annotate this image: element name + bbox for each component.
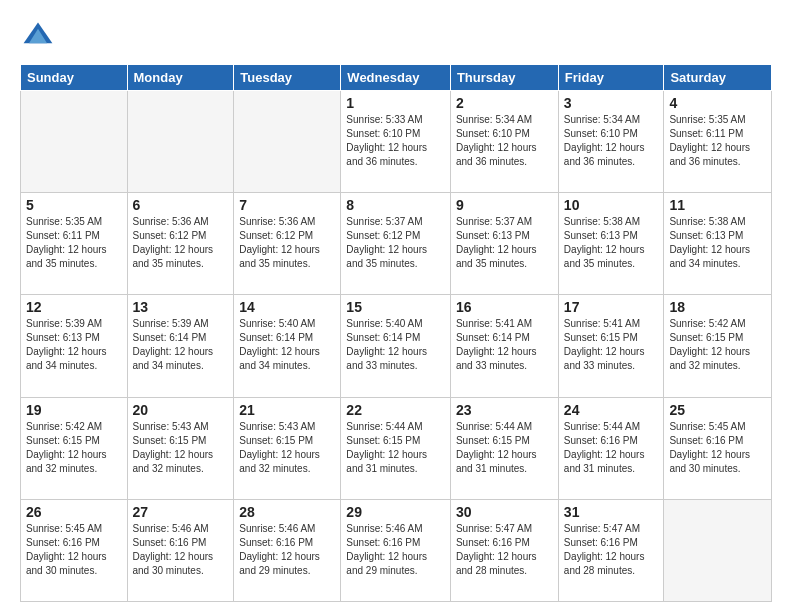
calendar-cell: 3Sunrise: 5:34 AM Sunset: 6:10 PM Daylig… bbox=[558, 91, 664, 193]
day-number: 8 bbox=[346, 197, 445, 213]
calendar-row-4: 26Sunrise: 5:45 AM Sunset: 6:16 PM Dayli… bbox=[21, 499, 772, 601]
calendar-cell: 20Sunrise: 5:43 AM Sunset: 6:15 PM Dayli… bbox=[127, 397, 234, 499]
calendar-cell: 15Sunrise: 5:40 AM Sunset: 6:14 PM Dayli… bbox=[341, 295, 451, 397]
calendar-cell: 12Sunrise: 5:39 AM Sunset: 6:13 PM Dayli… bbox=[21, 295, 128, 397]
day-info: Sunrise: 5:47 AM Sunset: 6:16 PM Dayligh… bbox=[456, 522, 553, 578]
day-number: 23 bbox=[456, 402, 553, 418]
day-info: Sunrise: 5:46 AM Sunset: 6:16 PM Dayligh… bbox=[239, 522, 335, 578]
weekday-row: SundayMondayTuesdayWednesdayThursdayFrid… bbox=[21, 65, 772, 91]
day-info: Sunrise: 5:45 AM Sunset: 6:16 PM Dayligh… bbox=[26, 522, 122, 578]
calendar-cell bbox=[234, 91, 341, 193]
day-number: 11 bbox=[669, 197, 766, 213]
day-info: Sunrise: 5:46 AM Sunset: 6:16 PM Dayligh… bbox=[346, 522, 445, 578]
day-info: Sunrise: 5:47 AM Sunset: 6:16 PM Dayligh… bbox=[564, 522, 659, 578]
day-number: 30 bbox=[456, 504, 553, 520]
calendar-cell: 4Sunrise: 5:35 AM Sunset: 6:11 PM Daylig… bbox=[664, 91, 772, 193]
logo bbox=[20, 18, 60, 54]
day-info: Sunrise: 5:40 AM Sunset: 6:14 PM Dayligh… bbox=[239, 317, 335, 373]
day-number: 17 bbox=[564, 299, 659, 315]
calendar-table: SundayMondayTuesdayWednesdayThursdayFrid… bbox=[20, 64, 772, 602]
day-info: Sunrise: 5:39 AM Sunset: 6:14 PM Dayligh… bbox=[133, 317, 229, 373]
calendar-cell: 30Sunrise: 5:47 AM Sunset: 6:16 PM Dayli… bbox=[450, 499, 558, 601]
calendar-cell: 5Sunrise: 5:35 AM Sunset: 6:11 PM Daylig… bbox=[21, 193, 128, 295]
day-number: 18 bbox=[669, 299, 766, 315]
day-number: 27 bbox=[133, 504, 229, 520]
calendar-cell: 19Sunrise: 5:42 AM Sunset: 6:15 PM Dayli… bbox=[21, 397, 128, 499]
day-info: Sunrise: 5:41 AM Sunset: 6:14 PM Dayligh… bbox=[456, 317, 553, 373]
calendar-cell: 2Sunrise: 5:34 AM Sunset: 6:10 PM Daylig… bbox=[450, 91, 558, 193]
day-info: Sunrise: 5:38 AM Sunset: 6:13 PM Dayligh… bbox=[669, 215, 766, 271]
day-number: 15 bbox=[346, 299, 445, 315]
day-info: Sunrise: 5:43 AM Sunset: 6:15 PM Dayligh… bbox=[239, 420, 335, 476]
calendar-body: 1Sunrise: 5:33 AM Sunset: 6:10 PM Daylig… bbox=[21, 91, 772, 602]
day-number: 26 bbox=[26, 504, 122, 520]
calendar-cell: 22Sunrise: 5:44 AM Sunset: 6:15 PM Dayli… bbox=[341, 397, 451, 499]
day-info: Sunrise: 5:42 AM Sunset: 6:15 PM Dayligh… bbox=[669, 317, 766, 373]
day-number: 9 bbox=[456, 197, 553, 213]
day-info: Sunrise: 5:40 AM Sunset: 6:14 PM Dayligh… bbox=[346, 317, 445, 373]
weekday-header-friday: Friday bbox=[558, 65, 664, 91]
day-info: Sunrise: 5:44 AM Sunset: 6:15 PM Dayligh… bbox=[456, 420, 553, 476]
weekday-header-thursday: Thursday bbox=[450, 65, 558, 91]
calendar-cell: 10Sunrise: 5:38 AM Sunset: 6:13 PM Dayli… bbox=[558, 193, 664, 295]
calendar-cell: 14Sunrise: 5:40 AM Sunset: 6:14 PM Dayli… bbox=[234, 295, 341, 397]
calendar-row-1: 5Sunrise: 5:35 AM Sunset: 6:11 PM Daylig… bbox=[21, 193, 772, 295]
calendar-row-3: 19Sunrise: 5:42 AM Sunset: 6:15 PM Dayli… bbox=[21, 397, 772, 499]
calendar-cell: 13Sunrise: 5:39 AM Sunset: 6:14 PM Dayli… bbox=[127, 295, 234, 397]
day-number: 14 bbox=[239, 299, 335, 315]
day-info: Sunrise: 5:41 AM Sunset: 6:15 PM Dayligh… bbox=[564, 317, 659, 373]
day-info: Sunrise: 5:35 AM Sunset: 6:11 PM Dayligh… bbox=[669, 113, 766, 169]
calendar-cell: 11Sunrise: 5:38 AM Sunset: 6:13 PM Dayli… bbox=[664, 193, 772, 295]
calendar-cell: 9Sunrise: 5:37 AM Sunset: 6:13 PM Daylig… bbox=[450, 193, 558, 295]
page: SundayMondayTuesdayWednesdayThursdayFrid… bbox=[0, 0, 792, 612]
day-info: Sunrise: 5:44 AM Sunset: 6:16 PM Dayligh… bbox=[564, 420, 659, 476]
day-number: 21 bbox=[239, 402, 335, 418]
day-info: Sunrise: 5:37 AM Sunset: 6:12 PM Dayligh… bbox=[346, 215, 445, 271]
calendar-cell: 7Sunrise: 5:36 AM Sunset: 6:12 PM Daylig… bbox=[234, 193, 341, 295]
day-number: 13 bbox=[133, 299, 229, 315]
calendar-cell: 23Sunrise: 5:44 AM Sunset: 6:15 PM Dayli… bbox=[450, 397, 558, 499]
calendar-header: SundayMondayTuesdayWednesdayThursdayFrid… bbox=[21, 65, 772, 91]
calendar-cell bbox=[21, 91, 128, 193]
calendar-cell: 24Sunrise: 5:44 AM Sunset: 6:16 PM Dayli… bbox=[558, 397, 664, 499]
day-number: 16 bbox=[456, 299, 553, 315]
calendar-cell: 6Sunrise: 5:36 AM Sunset: 6:12 PM Daylig… bbox=[127, 193, 234, 295]
weekday-header-monday: Monday bbox=[127, 65, 234, 91]
top-section bbox=[20, 18, 772, 54]
day-info: Sunrise: 5:36 AM Sunset: 6:12 PM Dayligh… bbox=[239, 215, 335, 271]
day-info: Sunrise: 5:46 AM Sunset: 6:16 PM Dayligh… bbox=[133, 522, 229, 578]
weekday-header-tuesday: Tuesday bbox=[234, 65, 341, 91]
day-number: 5 bbox=[26, 197, 122, 213]
day-number: 10 bbox=[564, 197, 659, 213]
weekday-header-wednesday: Wednesday bbox=[341, 65, 451, 91]
day-number: 31 bbox=[564, 504, 659, 520]
day-number: 6 bbox=[133, 197, 229, 213]
day-number: 19 bbox=[26, 402, 122, 418]
day-number: 2 bbox=[456, 95, 553, 111]
calendar-cell: 28Sunrise: 5:46 AM Sunset: 6:16 PM Dayli… bbox=[234, 499, 341, 601]
day-info: Sunrise: 5:45 AM Sunset: 6:16 PM Dayligh… bbox=[669, 420, 766, 476]
day-number: 4 bbox=[669, 95, 766, 111]
calendar-cell: 16Sunrise: 5:41 AM Sunset: 6:14 PM Dayli… bbox=[450, 295, 558, 397]
day-info: Sunrise: 5:42 AM Sunset: 6:15 PM Dayligh… bbox=[26, 420, 122, 476]
day-info: Sunrise: 5:34 AM Sunset: 6:10 PM Dayligh… bbox=[564, 113, 659, 169]
day-number: 3 bbox=[564, 95, 659, 111]
calendar-cell: 31Sunrise: 5:47 AM Sunset: 6:16 PM Dayli… bbox=[558, 499, 664, 601]
calendar-row-0: 1Sunrise: 5:33 AM Sunset: 6:10 PM Daylig… bbox=[21, 91, 772, 193]
day-number: 20 bbox=[133, 402, 229, 418]
day-info: Sunrise: 5:37 AM Sunset: 6:13 PM Dayligh… bbox=[456, 215, 553, 271]
day-info: Sunrise: 5:44 AM Sunset: 6:15 PM Dayligh… bbox=[346, 420, 445, 476]
calendar-cell: 18Sunrise: 5:42 AM Sunset: 6:15 PM Dayli… bbox=[664, 295, 772, 397]
calendar-cell: 29Sunrise: 5:46 AM Sunset: 6:16 PM Dayli… bbox=[341, 499, 451, 601]
day-number: 22 bbox=[346, 402, 445, 418]
calendar-cell: 21Sunrise: 5:43 AM Sunset: 6:15 PM Dayli… bbox=[234, 397, 341, 499]
calendar-cell: 26Sunrise: 5:45 AM Sunset: 6:16 PM Dayli… bbox=[21, 499, 128, 601]
weekday-header-sunday: Sunday bbox=[21, 65, 128, 91]
day-number: 24 bbox=[564, 402, 659, 418]
day-info: Sunrise: 5:38 AM Sunset: 6:13 PM Dayligh… bbox=[564, 215, 659, 271]
calendar-cell: 25Sunrise: 5:45 AM Sunset: 6:16 PM Dayli… bbox=[664, 397, 772, 499]
calendar-cell: 27Sunrise: 5:46 AM Sunset: 6:16 PM Dayli… bbox=[127, 499, 234, 601]
day-number: 28 bbox=[239, 504, 335, 520]
day-info: Sunrise: 5:33 AM Sunset: 6:10 PM Dayligh… bbox=[346, 113, 445, 169]
calendar-cell bbox=[664, 499, 772, 601]
